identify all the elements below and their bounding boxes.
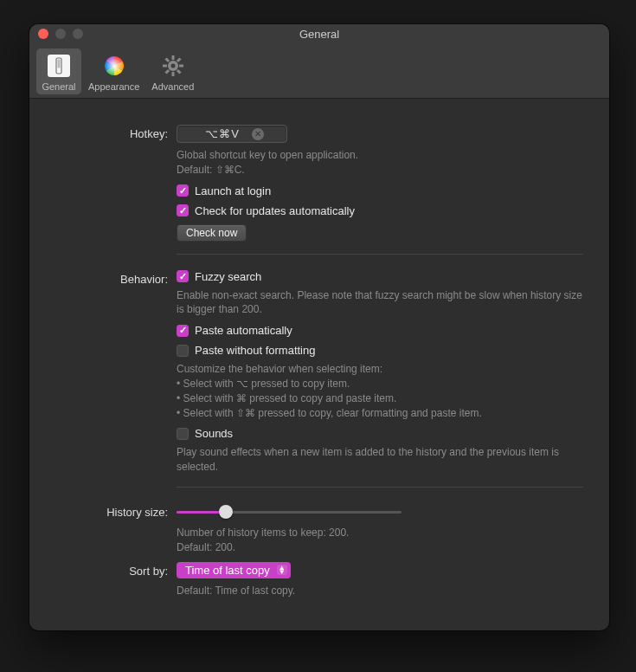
history-size-label: History size: — [55, 503, 177, 519]
chevron-updown-icon: ▲▼ — [277, 565, 287, 575]
launch-at-login-checkbox[interactable] — [177, 184, 189, 197]
fuzzy-search-help: Enable non-exact search. Please note tha… — [177, 288, 583, 318]
gear-icon — [159, 52, 187, 80]
tab-general[interactable]: General — [36, 48, 81, 94]
svg-point-14 — [170, 64, 175, 68]
sort-by-select[interactable]: Time of last copy ▲▼ — [177, 562, 291, 578]
paste-auto-checkbox[interactable] — [177, 325, 189, 337]
fuzzy-search-checkbox[interactable] — [177, 270, 189, 282]
hotkey-help: Global shortcut key to open application.… — [177, 148, 583, 178]
tab-general-label: General — [42, 81, 75, 92]
sounds-checkbox[interactable] — [177, 428, 189, 440]
tab-advanced[interactable]: Advanced — [146, 48, 199, 94]
close-window-button[interactable] — [38, 29, 48, 39]
history-size-slider[interactable] — [177, 503, 402, 520]
paste-auto-help: Customize the behavior when selecting it… — [177, 362, 583, 420]
hotkey-value: ⌥⌘V — [205, 127, 240, 140]
sounds-label: Sounds — [195, 427, 233, 440]
svg-rect-6 — [171, 55, 174, 60]
launch-at-login-label: Launch at login — [195, 184, 271, 197]
svg-rect-2 — [58, 60, 61, 68]
check-now-button[interactable]: Check now — [177, 224, 247, 242]
general-icon — [45, 52, 73, 80]
svg-rect-9 — [179, 65, 183, 68]
svg-rect-11 — [164, 69, 170, 74]
svg-rect-12 — [164, 57, 170, 62]
sounds-help: Play sound effects when a new item is ad… — [177, 445, 583, 475]
sort-by-help: Default: Time of last copy. — [177, 584, 583, 598]
window-controls — [38, 29, 83, 39]
svg-rect-13 — [177, 69, 182, 74]
window-title: General — [29, 28, 609, 41]
svg-rect-10 — [177, 57, 182, 62]
divider — [177, 487, 583, 488]
history-size-help: Number of history items to keep: 200. De… — [177, 526, 583, 555]
sort-by-value: Time of last copy — [185, 564, 270, 577]
fuzzy-search-label: Fuzzy search — [195, 270, 261, 283]
check-updates-checkbox[interactable] — [177, 204, 189, 216]
behavior-label: Behavior: — [55, 270, 177, 286]
tab-appearance[interactable]: Appearance — [83, 48, 145, 94]
svg-rect-8 — [163, 65, 167, 68]
content: Hotkey: ⌥⌘V ✕ Global shortcut key to ope… — [29, 99, 609, 618]
check-updates-label: Check for updates automatically — [195, 204, 355, 217]
tab-advanced-label: Advanced — [151, 81, 194, 92]
clear-hotkey-icon[interactable]: ✕ — [252, 128, 264, 140]
paste-auto-label: Paste automatically — [195, 324, 292, 337]
sort-by-label: Sort by: — [55, 562, 177, 578]
titlebar: General — [29, 24, 609, 43]
minimize-window-button[interactable] — [55, 29, 66, 39]
hotkey-field[interactable]: ⌥⌘V ✕ — [177, 125, 287, 143]
paste-plain-label: Paste without formatting — [195, 344, 315, 357]
tab-appearance-label: Appearance — [88, 81, 139, 92]
svg-rect-7 — [171, 72, 174, 76]
divider — [177, 254, 583, 255]
preferences-toolbar: General — [29, 43, 609, 99]
preferences-window: General General — [29, 24, 609, 630]
zoom-window-button[interactable] — [73, 29, 83, 39]
paste-plain-checkbox[interactable] — [177, 345, 189, 357]
slider-thumb[interactable] — [219, 505, 233, 519]
svg-point-4 — [105, 56, 124, 75]
appearance-icon — [100, 52, 128, 80]
hotkey-label: Hotkey: — [55, 125, 177, 140]
